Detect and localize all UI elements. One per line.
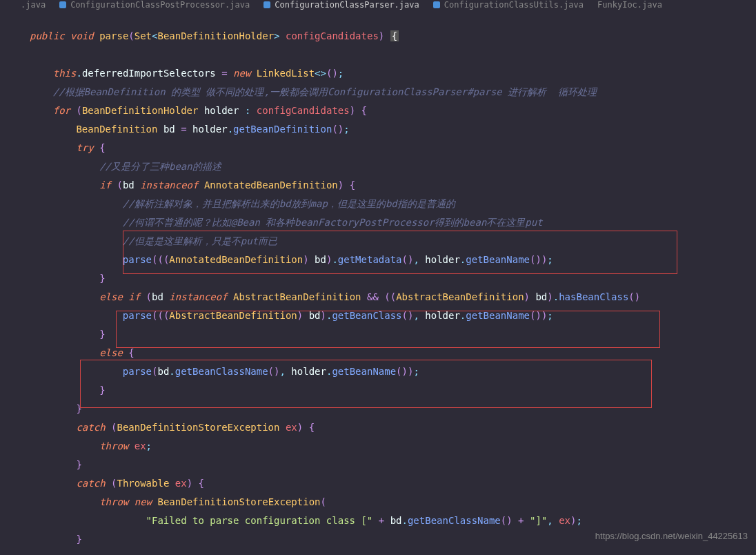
cursor: { (390, 30, 399, 41)
paren: ( (128, 30, 134, 41)
type: Set (135, 30, 152, 41)
param: configCandidates (286, 30, 379, 41)
tab-bar: .java ConfigurationClassPostProcessor.ja… (0, 0, 756, 10)
comment: //何谓不普通的呢？比如@Bean 和各种beanFactoryPostProc… (123, 217, 543, 228)
comment: //但是是这里解析，只是不put而已 (123, 235, 277, 246)
keyword: public (30, 30, 65, 41)
tab-3[interactable]: ConfigurationClassUtils.java (433, 0, 584, 10)
file-icon (433, 1, 440, 8)
tab-2[interactable]: ConfigurationClassParser.java (263, 0, 419, 10)
function-name: parse (99, 30, 128, 41)
keyword: void (70, 30, 94, 41)
tab-0[interactable]: .java (21, 0, 46, 10)
tab-1[interactable]: ConfigurationClassPostProcessor.java (59, 0, 250, 10)
tab-4[interactable]: FunkyIoc.java (597, 0, 662, 10)
comment: //解析注解对象，并且把解析出来的bd放到map，但是这里的bd指的是普通的 (123, 198, 455, 209)
comment: //又是分了三种bean的描述 (99, 161, 221, 172)
comment: //根据BeanDefinition 的类型 做不同的处理,一般都会调用Conf… (53, 86, 597, 97)
code-editor[interactable]: public void parse(Set<BeanDefinitionHold… (0, 10, 756, 549)
file-icon (263, 1, 270, 8)
watermark: https://blog.csdn.net/weixin_44225613 (595, 527, 748, 545)
file-icon (59, 1, 66, 8)
type: BeanDefinitionHolder (158, 30, 275, 41)
